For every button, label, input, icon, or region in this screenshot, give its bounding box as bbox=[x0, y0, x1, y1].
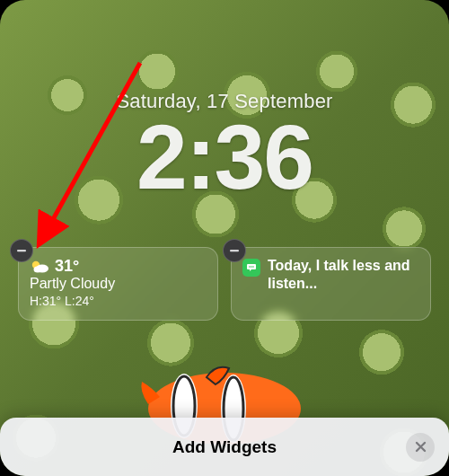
minus-icon bbox=[228, 244, 241, 257]
weather-widget[interactable]: 31° Partly Cloudy H:31° L:24° bbox=[18, 247, 218, 321]
quote-widget[interactable]: Today, I talk less and listen... bbox=[231, 247, 431, 321]
weather-condition: Partly Cloudy bbox=[30, 276, 207, 292]
add-widgets-sheet: Add Widgets bbox=[0, 418, 449, 476]
close-icon bbox=[415, 441, 427, 453]
svg-rect-5 bbox=[17, 250, 26, 251]
svg-point-10 bbox=[249, 266, 251, 268]
minus-icon bbox=[15, 244, 28, 257]
lock-screen-time[interactable]: 2:36 bbox=[136, 111, 313, 203]
weather-high-low: H:31° L:24° bbox=[30, 294, 207, 308]
svg-point-12 bbox=[252, 266, 254, 268]
svg-rect-9 bbox=[230, 250, 239, 251]
widgets-row: 31° Partly Cloudy H:31° L:24° bbox=[0, 247, 449, 321]
speech-bubble-icon bbox=[242, 259, 260, 277]
weather-temperature: 31° bbox=[55, 257, 79, 276]
remove-weather-widget-button[interactable] bbox=[10, 239, 33, 262]
partly-cloudy-icon bbox=[30, 259, 49, 275]
svg-point-11 bbox=[251, 266, 252, 268]
sheet-title: Add Widgets bbox=[172, 437, 277, 457]
close-sheet-button[interactable] bbox=[406, 433, 435, 462]
remove-quote-widget-button[interactable] bbox=[223, 239, 246, 262]
quote-text: Today, I talk less and listen... bbox=[268, 257, 419, 293]
lock-screen-editor: Saturday, 17 September 2:36 31° Partly C… bbox=[0, 0, 449, 476]
svg-point-8 bbox=[34, 266, 42, 272]
